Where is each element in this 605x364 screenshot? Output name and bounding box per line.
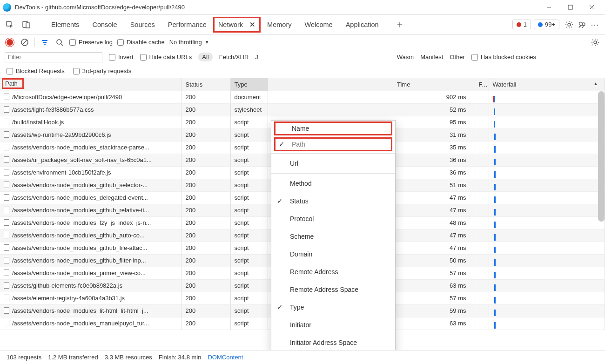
edge-icon: [3, 3, 11, 12]
tab-elements[interactable]: Elements: [45, 15, 86, 34]
blocked-requests-checkbox[interactable]: Blocked Requests: [7, 67, 65, 74]
context-menu-label: Scheme: [290, 233, 314, 240]
inspect-element-icon[interactable]: [5, 20, 15, 30]
column-header-path[interactable]: Path: [0, 78, 182, 91]
cell-type: script: [230, 292, 268, 304]
column-header-f[interactable]: F...: [475, 78, 489, 91]
cell-path: /assets/vendors-node_modules_github_sele…: [12, 182, 148, 189]
preserve-log-checkbox[interactable]: Preserve log: [69, 39, 113, 46]
third-party-checkbox[interactable]: 3rd-party requests: [73, 67, 132, 74]
context-menu-item[interactable]: Protocol: [271, 210, 395, 228]
filter-icon[interactable]: [40, 37, 50, 47]
column-header-status[interactable]: Status: [182, 78, 230, 91]
check-icon: ✓: [277, 303, 283, 311]
context-menu-item[interactable]: Domain: [271, 245, 395, 263]
waterfall-bar: [494, 272, 496, 278]
clear-button[interactable]: [20, 37, 30, 47]
column-context-menu: Name✓PathUrlMethod✓StatusProtocolSchemeD…: [271, 120, 396, 350]
cell-waterfall: [489, 254, 605, 267]
disable-cache-checkbox[interactable]: Disable cache: [117, 39, 165, 46]
cell-type: script: [230, 179, 268, 191]
cell-type: script: [230, 279, 268, 292]
network-settings-icon[interactable]: [590, 37, 600, 47]
tab-memory[interactable]: Memory: [261, 15, 298, 34]
cell-status: 200: [182, 216, 230, 229]
more-icon[interactable]: ⋯: [590, 20, 600, 30]
context-menu-item[interactable]: Initiator: [271, 316, 395, 334]
table-row[interactable]: /MicrosoftDocs/edge-developer/pull/2490 …: [0, 91, 605, 103]
context-menu-item[interactable]: Scheme: [271, 228, 395, 245]
cell-status: 200: [182, 242, 230, 254]
record-button[interactable]: [5, 37, 15, 47]
tab-welcome[interactable]: Welcome: [298, 15, 339, 34]
waterfall-bar: [494, 322, 496, 329]
cell-waterfall: [489, 267, 605, 279]
cell-f: [475, 292, 489, 304]
disable-cache-input[interactable]: [117, 39, 124, 46]
context-menu-item[interactable]: Remote Address: [271, 263, 395, 281]
column-header-waterfall[interactable]: Waterfall▲: [489, 78, 605, 91]
menu-separator: [271, 153, 395, 154]
context-menu-item[interactable]: ✓Path: [273, 136, 393, 152]
context-menu-item[interactable]: Method: [271, 175, 395, 192]
close-icon[interactable]: ✕: [249, 21, 255, 28]
cell-time: 57 ms: [393, 292, 475, 304]
cell-time: 47 ms: [393, 204, 475, 216]
tab-console[interactable]: Console: [86, 15, 123, 34]
filter-all[interactable]: All: [198, 53, 212, 61]
filter-manifest[interactable]: Manifest: [420, 54, 443, 61]
cell-f: [475, 166, 489, 179]
waterfall-bar: [494, 121, 495, 128]
context-menu-item[interactable]: ✓Status: [271, 192, 395, 210]
cell-time: 51 ms: [393, 179, 475, 191]
context-menu-label: Status: [290, 197, 309, 205]
cell-f: [475, 103, 489, 116]
toggle-device-icon[interactable]: [21, 20, 32, 30]
close-button[interactable]: [581, 0, 602, 15]
svg-point-7: [568, 23, 571, 26]
cell-time: 63 ms: [393, 279, 475, 292]
context-menu-item[interactable]: Name: [273, 121, 393, 136]
cell-type: document: [230, 91, 268, 103]
search-icon[interactable]: [54, 37, 65, 47]
hide-data-urls-checkbox[interactable]: Hide data URLs: [140, 54, 192, 61]
tab-network[interactable]: Network ✕: [213, 17, 261, 33]
cell-f: [475, 116, 489, 128]
errors-badge[interactable]: 1: [512, 20, 531, 29]
tab-application[interactable]: Application: [339, 15, 385, 34]
tab-sources[interactable]: Sources: [124, 15, 161, 34]
maximize-button[interactable]: [559, 0, 581, 15]
file-icon: [4, 257, 9, 263]
column-header-time[interactable]: Time: [393, 78, 475, 91]
cell-f: [475, 204, 489, 216]
filter-input[interactable]: [5, 52, 102, 62]
filter-js-truncated[interactable]: J: [255, 54, 258, 61]
context-menu-item[interactable]: Initiator Address Space: [271, 334, 395, 350]
add-tab-button[interactable]: ＋: [395, 20, 405, 30]
vertical-scrollbar[interactable]: [598, 91, 605, 222]
tab-performance[interactable]: Performance: [161, 15, 213, 34]
minimize-button[interactable]: [538, 0, 559, 15]
cell-time: 95 ms: [393, 116, 475, 128]
throttling-select[interactable]: No throttling ▼: [169, 39, 209, 46]
context-menu-item[interactable]: Url: [271, 155, 395, 172]
gear-icon[interactable]: [564, 20, 574, 30]
cell-f: [475, 267, 489, 279]
feedback-icon[interactable]: [577, 20, 587, 30]
filter-other[interactable]: Other: [450, 54, 465, 61]
cell-status: 200: [182, 317, 230, 330]
cell-status: 200: [182, 128, 230, 141]
svg-line-16: [61, 44, 63, 46]
context-menu-item[interactable]: ✓Type: [271, 298, 395, 316]
filter-wasm[interactable]: Wasm: [397, 54, 414, 61]
table-row[interactable]: /assets/light-fe3f886b577a.css 200 style…: [0, 103, 605, 116]
invert-checkbox[interactable]: Invert: [109, 54, 134, 61]
filter-fetchxhr[interactable]: Fetch/XHR: [219, 54, 249, 61]
preserve-log-input[interactable]: [69, 39, 76, 46]
issues-badge[interactable]: 99+: [534, 20, 559, 29]
has-blocked-cookies-checkbox[interactable]: Has blocked cookies: [471, 54, 536, 61]
cell-waterfall: [489, 154, 605, 166]
context-menu-item[interactable]: Remote Address Space: [271, 281, 395, 298]
column-header-type[interactable]: Type: [230, 78, 268, 91]
context-menu-label: Method: [290, 180, 312, 187]
